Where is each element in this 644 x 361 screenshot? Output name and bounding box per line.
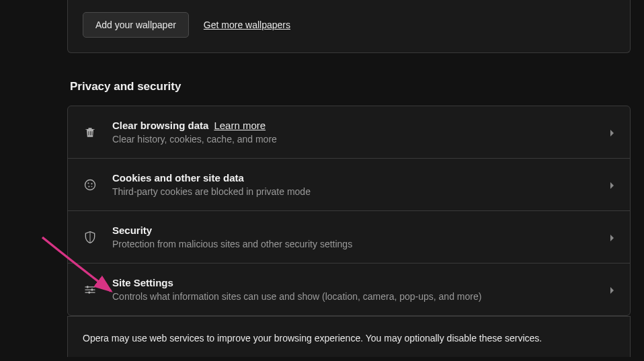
chevron-right-icon xyxy=(610,181,615,189)
chevron-right-icon xyxy=(610,233,615,241)
svg-point-4 xyxy=(91,186,93,187)
svg-rect-7 xyxy=(89,291,91,293)
privacy-settings-list: Clear browsing dataLearn more Clear hist… xyxy=(67,106,631,316)
site-settings-desc: Controls what information sites can use … xyxy=(112,291,610,302)
cookies-desc: Third-party cookies are blocked in priva… xyxy=(112,186,610,197)
clear-browsing-data-row[interactable]: Clear browsing dataLearn more Clear hist… xyxy=(68,106,630,159)
security-desc: Protection from malicious sites and othe… xyxy=(112,239,610,249)
trash-icon xyxy=(83,125,97,140)
svg-rect-5 xyxy=(87,286,89,288)
svg-point-2 xyxy=(91,183,92,184)
security-row[interactable]: Security Protection from malicious sites… xyxy=(68,211,630,264)
clear-browsing-data-title: Clear browsing dataLearn more xyxy=(112,120,610,131)
svg-point-0 xyxy=(85,179,95,190)
cookies-title: Cookies and other site data xyxy=(112,172,610,184)
get-more-wallpapers-link[interactable]: Get more wallpapers xyxy=(204,19,290,30)
cookies-row[interactable]: Cookies and other site data Third-party … xyxy=(68,159,630,211)
svg-rect-6 xyxy=(91,288,93,290)
privacy-security-heading: Privacy and security xyxy=(70,80,644,93)
clear-browsing-data-desc: Clear history, cookies, cache, and more xyxy=(112,134,610,145)
add-wallpaper-button[interactable]: Add your wallpaper xyxy=(83,12,189,38)
site-settings-row[interactable]: Site Settings Controls what information … xyxy=(68,264,630,315)
shield-icon xyxy=(83,230,97,245)
web-services-note: Opera may use web services to improve yo… xyxy=(67,316,631,357)
chevron-right-icon xyxy=(610,128,615,136)
svg-point-3 xyxy=(88,186,89,187)
svg-point-1 xyxy=(87,182,89,184)
learn-more-link[interactable]: Learn more xyxy=(214,120,266,131)
security-title: Security xyxy=(112,225,610,236)
cookie-icon xyxy=(83,177,97,192)
sliders-icon xyxy=(83,282,97,297)
wallpaper-card: Add your wallpaper Get more wallpapers xyxy=(67,0,631,53)
site-settings-title: Site Settings xyxy=(112,277,610,288)
chevron-right-icon xyxy=(610,286,615,294)
